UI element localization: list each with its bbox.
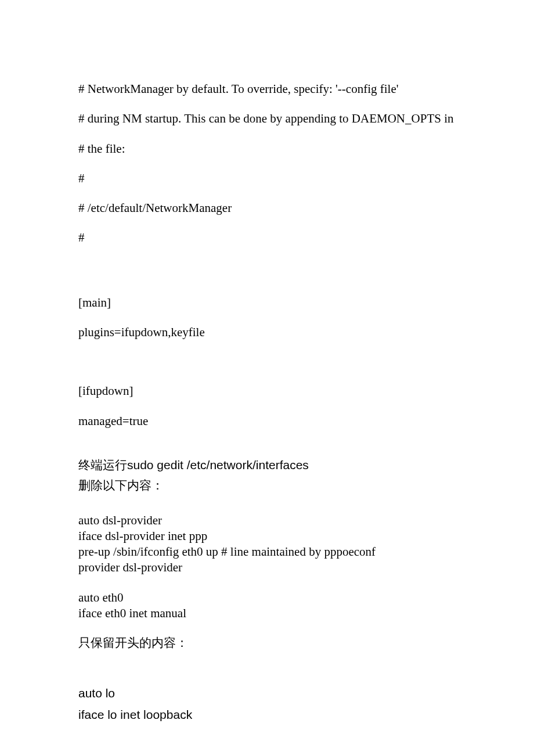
config-block: auto eth0 iface eth0 inet manual	[78, 590, 456, 622]
blank-line	[78, 621, 456, 635]
config-line: iface dsl-provider inet ppp	[78, 528, 456, 544]
blank-line	[78, 260, 456, 295]
config-line: auto lo	[78, 685, 456, 701]
config-line: iface lo inet loopback	[78, 707, 456, 722]
instruction-line: 终端运行sudo gedit /etc/network/interfaces	[78, 457, 456, 473]
config-value-line: plugins=ifupdown,keyfile	[78, 325, 456, 340]
config-section-header: [main]	[78, 295, 456, 311]
config-value-line: managed=true	[78, 413, 456, 429]
config-section-header: [ifupdown]	[78, 383, 456, 399]
blank-line	[78, 656, 456, 685]
blank-line	[78, 443, 456, 457]
instruction-text-cn: 终端运行	[78, 458, 127, 472]
blank-line	[78, 354, 456, 383]
instruction-line: 只保留开头的内容：	[78, 635, 456, 651]
config-comment-line: # during NM startup. This can be done by…	[78, 111, 456, 127]
document-page: # NetworkManager by default. To override…	[0, 0, 534, 756]
config-line: auto eth0	[78, 590, 456, 606]
config-comment-line: # /etc/default/NetworkManager	[78, 200, 456, 216]
instruction-command: sudo gedit /etc/network/interfaces	[127, 458, 309, 471]
config-comment-line: # the file:	[78, 141, 456, 157]
config-comment-line: # NetworkManager by default. To override…	[78, 81, 456, 97]
config-line: iface eth0 inet manual	[78, 606, 456, 621]
config-line: provider dsl-provider	[78, 560, 456, 575]
blank-line	[78, 576, 456, 590]
config-comment-line: #	[78, 171, 456, 186]
config-line: auto dsl-provider	[78, 513, 456, 528]
config-block: auto dsl-provider iface dsl-provider ine…	[78, 513, 456, 576]
config-comment-line: #	[78, 230, 456, 246]
config-line: pre-up /sbin/ifconfig eth0 up # line mai…	[78, 544, 456, 560]
instruction-line: 删除以下内容：	[78, 478, 456, 494]
blank-line	[78, 499, 456, 513]
